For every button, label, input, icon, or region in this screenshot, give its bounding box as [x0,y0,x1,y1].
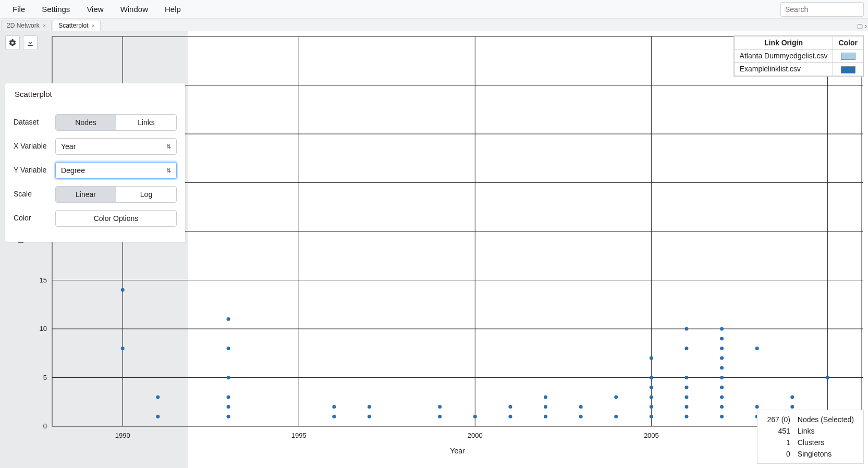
panel-tab-scatterplot[interactable]: Scatterplot [5,83,62,104]
svg-point-78 [755,347,759,350]
scale-linear-button[interactable]: Linear [56,187,116,202]
svg-point-43 [438,405,442,409]
stats-row: 1Clusters [764,437,857,448]
chart-toolbar [5,35,38,50]
svg-point-48 [544,395,547,399]
svg-text:Year: Year [450,447,465,455]
svg-text:1995: 1995 [291,432,307,439]
legend-color-cell [833,50,863,63]
svg-point-40 [332,415,336,418]
x-variable-label: X Variable [14,142,55,151]
panel-tabs: Scatterplot [5,83,185,104]
svg-point-47 [508,415,512,418]
svg-point-55 [650,356,653,360]
svg-point-81 [790,395,794,399]
svg-point-33 [227,317,230,321]
close-icon[interactable]: × [43,22,46,29]
svg-text:5: 5 [43,374,47,381]
legend-header-origin[interactable]: Link Origin [734,36,833,50]
tab-scatterplot[interactable]: Scatterplot× [53,20,101,31]
window-maximize-icon[interactable]: ▢ [857,22,863,30]
svg-point-68 [720,327,724,331]
svg-point-39 [332,405,336,409]
tabbar-window-controls: ▢ › [857,22,867,30]
dataset-segmented: Nodes Links [55,114,177,131]
dataset-links-button[interactable]: Links [116,115,176,130]
stats-label: Singletons [794,449,857,459]
download-icon [26,39,34,47]
settings-button[interactable] [5,35,20,50]
x-variable-select[interactable]: Year ⇅ [55,138,177,155]
window-next-icon[interactable]: › [865,22,867,30]
svg-text:15: 15 [40,276,47,284]
legend-color-swatch [841,53,855,60]
svg-text:0: 0 [43,422,47,430]
tab-label: Scatterplot [58,22,88,29]
stats-value: 0 [764,449,793,459]
legend-header-color[interactable]: Color [833,36,863,50]
svg-point-32 [156,415,160,418]
svg-point-49 [544,405,547,409]
stats-row: 451Links [764,426,857,436]
svg-point-73 [720,376,724,379]
stats-label: Links [794,426,857,436]
svg-point-50 [544,415,547,418]
svg-point-66 [684,405,688,409]
color-options-button[interactable]: Color Options [55,210,177,227]
chevron-updown-icon: ⇅ [166,143,171,150]
svg-point-82 [790,405,794,409]
menu-item-settings[interactable]: Settings [33,2,78,17]
gear-icon [8,39,17,47]
close-icon[interactable]: × [92,22,95,29]
svg-point-57 [650,386,653,389]
scale-label: Scale [14,190,55,199]
legend-row[interactable]: Examplelinklist.csv [734,63,863,76]
svg-text:2000: 2000 [468,432,483,439]
y-variable-select[interactable]: Degree ⇅ [55,162,177,179]
svg-point-37 [227,405,230,409]
stats-row: 0Singletons [764,449,857,459]
scale-log-button[interactable]: Log [116,187,176,202]
tab-label: 2D Network [7,22,40,29]
legend-origin-cell: Atlanta Dummyedgelist.csv [734,50,833,63]
svg-point-76 [720,405,724,409]
svg-point-65 [684,395,688,399]
stats-value: 1 [764,437,793,448]
svg-point-54 [614,415,618,418]
menu-item-file[interactable]: File [4,2,33,17]
chevron-updown-icon: ⇅ [166,167,171,174]
svg-point-29 [121,288,125,292]
svg-point-77 [720,415,724,418]
tab-2d-network[interactable]: 2D Network× [1,20,52,31]
svg-point-72 [720,366,724,370]
svg-text:10: 10 [40,325,47,332]
menu-item-view[interactable]: View [78,2,112,17]
svg-point-41 [368,405,371,409]
dataset-nodes-button[interactable]: Nodes [56,115,116,130]
svg-point-31 [156,395,160,399]
svg-point-61 [684,327,688,331]
svg-text:1990: 1990 [115,432,130,439]
search-input[interactable] [780,2,864,17]
svg-point-67 [684,415,688,418]
content-area: 051015201990199520002005YearDegree Scatt… [0,31,868,468]
svg-text:2005: 2005 [644,432,659,439]
svg-point-62 [684,347,688,350]
download-button[interactable] [23,35,38,50]
legend-color-swatch [841,66,855,73]
menu-item-window[interactable]: Window [112,2,156,17]
svg-point-58 [650,395,653,399]
stats-label: Nodes (Selected) [794,414,857,425]
legend-origin-cell: Examplelinklist.csv [734,63,833,76]
svg-point-63 [684,376,688,379]
x-variable-value: Year [61,142,76,151]
menubar: FileSettingsViewWindowHelp [0,0,868,19]
svg-point-84 [826,376,829,379]
svg-point-64 [684,386,688,389]
stats-label: Clusters [794,437,857,448]
menu-item-help[interactable]: Help [156,2,189,17]
svg-point-52 [579,415,583,418]
svg-point-30 [121,347,125,350]
svg-point-74 [720,386,724,389]
legend-row[interactable]: Atlanta Dummyedgelist.csv [734,50,863,63]
